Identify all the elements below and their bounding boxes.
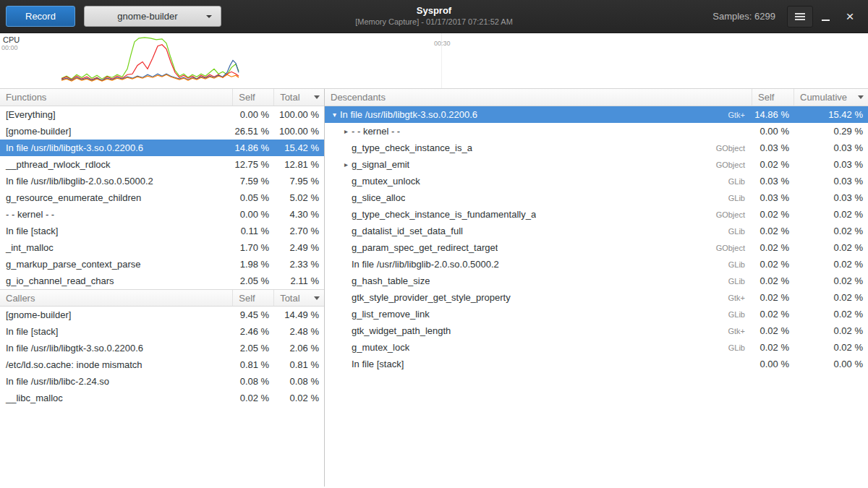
self-percent: 0.81 % xyxy=(233,359,274,370)
target-select[interactable]: gnome-builder xyxy=(84,6,221,27)
descendants-row[interactable]: gtk_widget_path_lengthGtk+0.02 %0.02 % xyxy=(325,322,868,339)
descendants-row[interactable]: ▸- - kernel - -0.00 %0.29 % xyxy=(325,123,868,140)
functions-self-column-header[interactable]: Self xyxy=(233,89,274,106)
descendants-row[interactable]: ▾In file /usr/lib/libgtk-3.so.0.2200.6Gt… xyxy=(325,106,868,123)
self-percent: 14.86 % xyxy=(233,142,274,153)
self-percent: 0.02 % xyxy=(752,259,794,270)
descendants-column-header[interactable]: Descendants xyxy=(325,89,752,106)
cumulative-percent: 0.02 % xyxy=(794,275,868,286)
total-percent: 100.00 % xyxy=(274,126,324,137)
callers-row[interactable]: In file [stack]2.46 %2.48 % xyxy=(0,323,324,340)
minimize-button[interactable] xyxy=(813,6,838,27)
functions-row[interactable]: - - kernel - -0.00 %4.30 % xyxy=(0,206,324,223)
right-pane: Descendants Self Cumulative ▾In file /us… xyxy=(325,89,868,487)
function-name: /etc/ld.so.cache: inode mismatch xyxy=(0,359,233,370)
self-percent: 2.05 % xyxy=(233,275,274,286)
function-name: g_resource_enumerate_children xyxy=(0,192,233,203)
descendant-name: - - kernel - - xyxy=(352,126,400,137)
library-tag: GObject xyxy=(716,160,752,169)
hamburger-icon xyxy=(795,16,805,17)
descendants-row[interactable]: g_list_remove_linkGLib0.02 %0.02 % xyxy=(325,306,868,322)
functions-row[interactable]: g_markup_parse_context_parse1.98 %2.33 % xyxy=(0,256,324,273)
descendants-self-column-header[interactable]: Self xyxy=(752,89,794,106)
functions-row[interactable]: In file /usr/lib/libgtk-3.so.0.2200.614.… xyxy=(0,140,324,156)
callers-row[interactable]: __libc_malloc0.02 %0.02 % xyxy=(0,390,324,406)
close-button[interactable]: × xyxy=(838,6,862,27)
callers-row[interactable]: /etc/ld.so.cache: inode mismatch0.81 %0.… xyxy=(0,356,324,373)
functions-table: [Everything]0.00 %100.00 %[gnome-builder… xyxy=(0,106,324,289)
descendants-row[interactable]: In file [stack]0.00 %0.00 % xyxy=(325,356,868,372)
minimize-icon xyxy=(822,20,830,21)
total-percent: 0.81 % xyxy=(274,359,324,370)
main-panes: Functions Self Total [Everything]0.00 %1… xyxy=(0,89,868,487)
library-tag: GLib xyxy=(728,177,752,186)
self-percent: 0.00 % xyxy=(233,109,274,120)
descendants-row[interactable]: g_mutex_lockGLib0.02 %0.02 % xyxy=(325,339,868,356)
total-percent: 0.08 % xyxy=(274,376,324,387)
functions-row[interactable]: _int_malloc1.70 %2.49 % xyxy=(0,239,324,256)
cumulative-percent: 0.02 % xyxy=(794,325,868,336)
functions-row[interactable]: [gnome-builder]26.51 %100.00 % xyxy=(0,123,324,140)
self-percent: 1.98 % xyxy=(233,259,274,270)
expander-closed-icon[interactable]: ▸ xyxy=(341,160,352,168)
function-name: In file /usr/lib/libgtk-3.so.0.2200.6 xyxy=(0,343,233,354)
functions-row[interactable]: [Everything]0.00 %100.00 % xyxy=(0,106,324,123)
function-name: __libc_malloc xyxy=(0,393,233,403)
self-percent: 2.05 % xyxy=(233,343,274,354)
descendants-row[interactable]: g_type_check_instance_is_fundamentally_a… xyxy=(325,206,868,223)
cpu-graph[interactable]: CPU 00:00 00:30 xyxy=(0,33,868,89)
self-percent: 0.02 % xyxy=(752,309,794,320)
callers-row[interactable]: In file /usr/lib/libgtk-3.so.0.2200.62.0… xyxy=(0,340,324,356)
self-percent: 0.03 % xyxy=(752,192,794,203)
descendants-row[interactable]: g_datalist_id_set_data_fullGLib0.02 %0.0… xyxy=(325,223,868,239)
self-percent: 0.00 % xyxy=(752,359,794,369)
library-tag: GLib xyxy=(728,343,752,352)
descendants-row[interactable]: g_slice_allocGLib0.03 %0.03 % xyxy=(325,189,868,206)
descendant-name: gtk_widget_path_length xyxy=(352,325,451,336)
record-button[interactable]: Record xyxy=(6,6,75,27)
self-percent: 0.03 % xyxy=(752,176,794,187)
function-name: [gnome-builder] xyxy=(0,126,233,137)
descendants-row[interactable]: g_param_spec_get_redirect_targetGObject0… xyxy=(325,239,868,256)
menu-button[interactable] xyxy=(787,6,813,27)
functions-row[interactable]: In file [stack]0.11 %2.70 % xyxy=(0,223,324,239)
self-percent: 0.02 % xyxy=(752,292,794,303)
functions-row[interactable]: g_io_channel_read_chars2.05 %2.11 % xyxy=(0,273,324,289)
callers-column-header[interactable]: Callers xyxy=(0,290,233,306)
total-percent: 5.02 % xyxy=(274,192,324,203)
descendants-row[interactable]: g_hash_table_sizeGLib0.02 %0.02 % xyxy=(325,273,868,289)
descendants-row[interactable]: In file /usr/lib/libglib-2.0.so.0.5000.2… xyxy=(325,256,868,273)
window-subtitle: [Memory Capture] - 01/17/2017 07:21:52 A… xyxy=(355,17,513,26)
functions-total-column-header[interactable]: Total xyxy=(274,89,324,106)
functions-header: Functions Self Total xyxy=(0,89,324,106)
self-percent: 0.02 % xyxy=(752,159,794,170)
self-percent: 0.00 % xyxy=(233,209,274,220)
descendants-row[interactable]: g_type_check_instance_is_aGObject0.03 %0… xyxy=(325,140,868,156)
functions-column-header[interactable]: Functions xyxy=(0,89,233,106)
descendants-row[interactable]: gtk_style_provider_get_style_propertyGtk… xyxy=(325,289,868,306)
callers-self-column-header[interactable]: Self xyxy=(233,290,274,306)
descendants-row[interactable]: g_mutex_unlockGLib0.03 %0.03 % xyxy=(325,173,868,189)
expander-closed-icon[interactable]: ▸ xyxy=(341,127,352,135)
callers-row[interactable]: [gnome-builder]9.45 %14.49 % xyxy=(0,307,324,323)
descendants-row[interactable]: ▸g_signal_emitGObject0.02 %0.03 % xyxy=(325,156,868,173)
descendants-table: ▾In file /usr/lib/libgtk-3.so.0.2200.6Gt… xyxy=(325,106,868,372)
callers-table: [gnome-builder]9.45 %14.49 %In file [sta… xyxy=(0,307,324,406)
functions-row[interactable]: __pthread_rwlock_rdlock12.75 %12.81 % xyxy=(0,156,324,173)
function-name: - - kernel - - xyxy=(0,209,233,220)
callers-total-column-header[interactable]: Total xyxy=(274,290,324,306)
cumulative-percent: 0.02 % xyxy=(794,259,868,270)
functions-row[interactable]: g_resource_enumerate_children0.05 %5.02 … xyxy=(0,189,324,206)
cumulative-percent: 0.02 % xyxy=(794,209,868,220)
time-start-label: 00:00 xyxy=(1,44,18,51)
callers-row[interactable]: In file /usr/lib/libc-2.24.so0.08 %0.08 … xyxy=(0,373,324,390)
self-percent: 14.86 % xyxy=(752,109,794,120)
function-name: g_markup_parse_context_parse xyxy=(0,259,233,270)
self-percent: 0.02 % xyxy=(752,226,794,236)
functions-row[interactable]: In file /usr/lib/libglib-2.0.so.0.5000.2… xyxy=(0,173,324,189)
descendants-cumulative-column-header[interactable]: Cumulative xyxy=(794,89,868,106)
self-percent: 0.00 % xyxy=(752,126,794,137)
self-percent: 12.75 % xyxy=(233,159,274,170)
expander-open-icon[interactable]: ▾ xyxy=(329,111,340,119)
descendant-name: g_signal_emit xyxy=(352,159,409,170)
